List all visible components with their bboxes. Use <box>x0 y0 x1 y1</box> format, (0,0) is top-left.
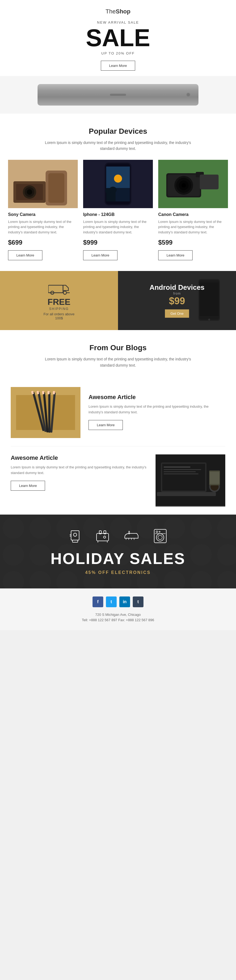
blender-icon <box>68 528 82 544</box>
svg-point-14 <box>114 175 122 183</box>
svg-rect-28 <box>48 285 63 293</box>
holiday-suffix: OFF ELECTRONICS <box>96 570 151 575</box>
popular-title: Popular Devices <box>11 127 225 136</box>
svg-marker-29 <box>63 285 68 291</box>
svg-rect-48 <box>42 391 44 395</box>
free-shipping-block: FREE SHIPPING For all orders above 100$ <box>0 271 118 330</box>
svg-point-25 <box>182 183 186 188</box>
canon-product-name: Canon Camera <box>158 212 228 217</box>
sony-product-desc: Lorem Ipsum is simply dummy text of the … <box>8 219 78 235</box>
blog-2-image <box>155 454 225 506</box>
holiday-section: HOLIDAY SALES 45% OFF ELECTRONICS <box>0 515 236 589</box>
svg-rect-54 <box>163 466 190 468</box>
android-inner: Android Devices from $99 Get One <box>149 283 204 318</box>
blogs-description: Lorem Ipsum is simply dummy text of the … <box>38 356 198 368</box>
header-section: TheShop NEW ARRIVAL SALE SALE UP TO 20% … <box>0 0 236 76</box>
svg-point-82 <box>158 535 162 539</box>
blog-1-learn-more-button[interactable]: Learn More <box>89 420 123 430</box>
svg-rect-53 <box>162 464 205 491</box>
svg-point-84 <box>159 531 160 532</box>
phone-visual-section <box>0 76 236 114</box>
sony-product-image <box>8 160 78 208</box>
blogs-title: From Our Blogs <box>11 344 225 352</box>
popular-section: Popular Devices Lorem Ipsum is simply du… <box>0 114 236 271</box>
blogs-section: From Our Blogs Lorem Ipsum is simply dum… <box>0 330 236 387</box>
blog-1-description: Lorem Ipsum is simply dummy text of the … <box>89 404 217 415</box>
twitter-button[interactable]: t <box>106 597 117 607</box>
header-learn-more-button[interactable]: Learn More <box>101 61 135 71</box>
promo-section: FREE SHIPPING For all orders above 100$ … <box>0 271 236 330</box>
footer-contact: Tell: +888 122 567 897 Fax: +888 122 567… <box>8 618 228 622</box>
blog-article-1: Awesome Article Lorem Ipsum is simply du… <box>0 387 236 446</box>
products-grid: Sony Camera Lorem Ipsum is simply dummy … <box>11 160 225 261</box>
blog-2-title: Awesome Article <box>11 454 147 461</box>
linkedin-button[interactable]: in <box>119 597 130 607</box>
svg-point-5 <box>27 189 32 195</box>
tumblr-button[interactable]: t <box>133 597 144 607</box>
svg-point-38 <box>208 319 210 321</box>
new-arrival-label: NEW ARRIVAL SALE <box>5 21 231 24</box>
svg-rect-15 <box>106 192 110 201</box>
toaster-icon <box>95 528 110 544</box>
svg-rect-57 <box>163 474 198 474</box>
product-card-canon: Canon Camera Lorem Ipsum is simply dummy… <box>158 160 228 261</box>
svg-rect-55 <box>163 469 201 470</box>
iphone-product-price: $999 <box>83 239 153 246</box>
svg-rect-44 <box>48 392 51 433</box>
sony-product-price: $699 <box>8 239 78 246</box>
svg-rect-7 <box>48 173 64 203</box>
svg-rect-65 <box>73 540 78 542</box>
canon-product-image <box>158 160 228 208</box>
blog-2-content: Awesome Article Lorem Ipsum is simply du… <box>11 454 155 506</box>
svg-point-18 <box>109 187 117 193</box>
shipping-info: For all orders above 100$ <box>43 312 74 320</box>
product-card-iphone: Iphone - 124GB Lorem Ipsum is simply dum… <box>83 160 153 261</box>
svg-point-31 <box>63 291 67 294</box>
free-label: FREE <box>43 297 74 307</box>
svg-rect-50 <box>52 391 55 395</box>
product-card-sony: Sony Camera Lorem Ipsum is simply dummy … <box>8 160 78 261</box>
blog-1-title: Awesome Article <box>89 394 217 401</box>
android-cta-button[interactable]: Get One <box>165 309 189 318</box>
canon-product-price: $599 <box>158 239 228 246</box>
svg-rect-58 <box>157 492 216 496</box>
svg-rect-49 <box>48 391 50 394</box>
holiday-subtitle: 45% OFF ELECTRONICS <box>11 570 225 575</box>
brand-logo: TheShop <box>5 8 231 15</box>
android-from: from <box>149 292 204 296</box>
android-title: Android Devices <box>149 283 204 292</box>
iphone-product-name: Iphone - 124GB <box>83 212 153 217</box>
svg-rect-56 <box>163 471 196 472</box>
blog-2-description: Lorem Ipsum is simply dummy text of the … <box>11 465 147 476</box>
shipping-inner: FREE SHIPPING For all orders above 100$ <box>43 281 74 320</box>
svg-point-68 <box>73 533 77 536</box>
iphone-product-desc: Lorem Ipsum is simply dummy text of the … <box>83 219 153 235</box>
truck-icon <box>48 281 70 296</box>
facebook-button[interactable]: f <box>92 597 103 607</box>
holiday-percent: 45% <box>85 570 96 575</box>
android-price: $99 <box>149 296 204 307</box>
svg-rect-16 <box>110 192 116 201</box>
footer-address: 720 S Michigan Ave, Chicago <box>8 612 228 617</box>
blog-1-image <box>11 387 81 438</box>
discount-label: UP TO 20% OFF <box>5 51 231 55</box>
blog-2-learn-more-button[interactable]: Learn More <box>11 481 45 491</box>
android-section: Android Devices from $99 Get One <box>118 271 236 330</box>
iphone-learn-more-button[interactable]: Learn More <box>83 250 117 260</box>
shipping-label: SHIPPING <box>43 307 74 311</box>
canon-learn-more-button[interactable]: Learn More <box>158 250 193 260</box>
washer-icon <box>153 528 168 544</box>
popular-description: Lorem Ipsum is simply dummy text of the … <box>38 140 198 152</box>
svg-rect-69 <box>97 533 109 541</box>
canon-product-desc: Lorem Ipsum is simply dummy text of the … <box>158 219 228 235</box>
holiday-title: HOLIDAY SALES <box>11 549 225 568</box>
social-icons-row: f t in t <box>8 597 228 607</box>
iron-icon <box>124 528 139 544</box>
blog-1-content: Awesome Article Lorem Ipsum is simply du… <box>81 387 225 438</box>
sony-learn-more-button[interactable]: Learn More <box>8 250 42 260</box>
holiday-icons <box>11 528 225 544</box>
sony-product-name: Sony Camera <box>8 212 78 217</box>
svg-point-81 <box>156 534 164 541</box>
brand-name: Shop <box>116 8 130 15</box>
svg-point-74 <box>103 536 106 538</box>
